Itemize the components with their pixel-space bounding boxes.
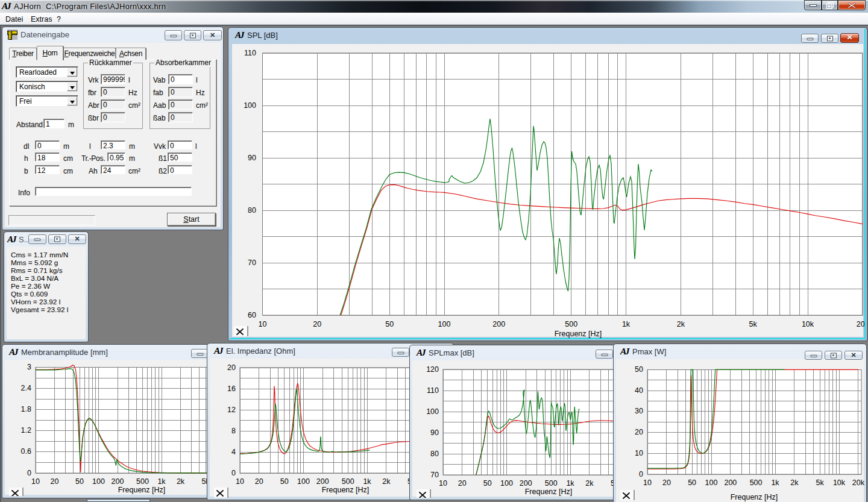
svg-text:0: 0 <box>27 469 31 477</box>
svg-text:Frequenz [Hz]: Frequenz [Hz] <box>555 330 602 338</box>
svg-text:5k: 5k <box>749 320 758 328</box>
svg-text:100: 100 <box>92 477 105 486</box>
svg-text:2k: 2k <box>177 477 185 486</box>
svg-text:3: 3 <box>27 363 31 371</box>
svg-text:0: 0 <box>639 470 643 478</box>
svg-text:90: 90 <box>248 154 256 162</box>
svg-text:1.8: 1.8 <box>21 405 31 413</box>
svg-text:16: 16 <box>227 384 236 393</box>
svg-text:200: 200 <box>520 479 532 488</box>
svg-text:1k: 1k <box>771 478 779 487</box>
svg-text:0: 0 <box>231 469 236 477</box>
svg-text:500: 500 <box>565 320 577 328</box>
svg-text:50: 50 <box>688 478 696 487</box>
svg-text:8: 8 <box>231 427 236 435</box>
svg-text:110: 110 <box>427 386 439 395</box>
svg-text:80: 80 <box>430 450 439 458</box>
svg-text:10k: 10k <box>802 320 814 328</box>
svg-text:110: 110 <box>244 49 256 57</box>
svg-text:1.2: 1.2 <box>21 426 31 435</box>
svg-text:1k: 1k <box>157 477 166 486</box>
svg-text:12: 12 <box>227 406 236 414</box>
svg-text:500: 500 <box>545 479 558 488</box>
svg-text:Frequenz [Hz]: Frequenz [Hz] <box>731 493 778 501</box>
svg-text:100: 100 <box>705 478 718 487</box>
svg-text:120: 120 <box>426 365 439 374</box>
svg-text:70: 70 <box>248 259 256 267</box>
svg-text:1k: 1k <box>363 477 371 486</box>
svg-text:20k: 20k <box>857 320 864 328</box>
svg-text:20: 20 <box>227 363 236 372</box>
svg-text:20: 20 <box>51 477 59 486</box>
svg-text:200: 200 <box>724 478 737 487</box>
svg-text:10: 10 <box>635 449 643 457</box>
svg-text:50: 50 <box>280 477 289 486</box>
svg-text:70: 70 <box>430 471 439 479</box>
svg-text:200: 200 <box>316 477 329 486</box>
svg-text:500: 500 <box>342 477 354 486</box>
svg-text:50: 50 <box>635 365 643 374</box>
svg-text:10: 10 <box>259 320 267 328</box>
svg-text:80: 80 <box>248 206 256 215</box>
svg-text:2k: 2k <box>382 477 391 486</box>
svg-text:2.4: 2.4 <box>21 384 31 392</box>
svg-text:10: 10 <box>236 477 244 486</box>
svg-text:1k: 1k <box>622 320 631 328</box>
svg-text:Frequenz [Hz]: Frequenz [Hz] <box>525 488 573 496</box>
svg-text:100: 100 <box>438 320 451 328</box>
svg-text:1k: 1k <box>566 479 574 488</box>
svg-text:10: 10 <box>643 478 652 487</box>
svg-text:50: 50 <box>385 320 394 328</box>
svg-text:2k: 2k <box>677 320 685 328</box>
svg-text:5k: 5k <box>816 478 824 487</box>
svg-text:500: 500 <box>750 478 763 487</box>
svg-text:90: 90 <box>430 428 439 437</box>
svg-text:4: 4 <box>231 448 236 456</box>
svg-text:100: 100 <box>426 407 439 416</box>
svg-text:20k: 20k <box>852 478 865 487</box>
svg-text:60: 60 <box>248 311 256 319</box>
svg-text:20: 20 <box>313 320 321 328</box>
svg-text:100: 100 <box>500 479 513 488</box>
svg-text:20: 20 <box>255 477 263 486</box>
svg-text:40: 40 <box>635 386 643 395</box>
svg-text:10k: 10k <box>833 478 846 487</box>
svg-text:Frequenz [Hz]: Frequenz [Hz] <box>118 486 166 494</box>
svg-text:10: 10 <box>31 477 40 486</box>
svg-text:20: 20 <box>458 479 467 488</box>
svg-text:20: 20 <box>635 428 643 436</box>
svg-text:2k: 2k <box>585 479 594 488</box>
svg-text:2k: 2k <box>790 478 799 487</box>
svg-text:30: 30 <box>635 407 643 415</box>
svg-text:20: 20 <box>662 478 671 487</box>
svg-text:10: 10 <box>439 479 447 488</box>
svg-text:50: 50 <box>75 477 84 486</box>
svg-text:200: 200 <box>492 320 505 328</box>
svg-text:50: 50 <box>483 479 492 488</box>
svg-text:100: 100 <box>297 477 310 486</box>
svg-text:Frequenz [Hz]: Frequenz [Hz] <box>322 486 370 494</box>
svg-text:100: 100 <box>244 101 256 110</box>
svg-text:200: 200 <box>112 477 124 486</box>
svg-text:0.6: 0.6 <box>21 447 31 456</box>
svg-text:500: 500 <box>136 477 149 486</box>
